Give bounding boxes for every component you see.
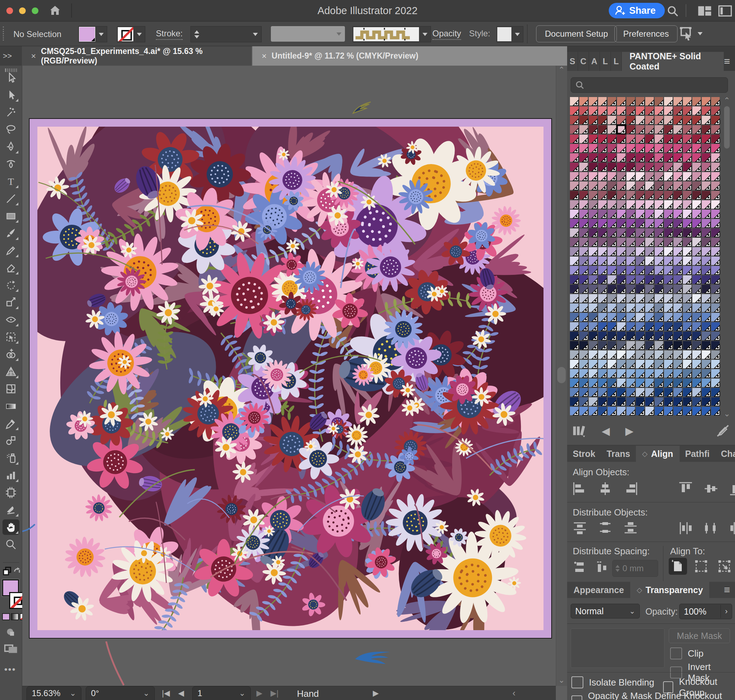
align-bottom-button[interactable] (727, 480, 735, 497)
hand-tool[interactable] (3, 519, 19, 535)
dist-left-button[interactable] (676, 520, 695, 537)
opacity-label[interactable]: Opacity (433, 29, 461, 40)
doc-tab-active[interactable]: × CMSQ25-01_Experiments_4.ai* @ 15.63 % … (22, 46, 252, 66)
zoom-tool[interactable] (3, 537, 19, 552)
free-transform-tool[interactable] (3, 329, 19, 345)
tab-appearance[interactable]: Appearance (567, 585, 630, 595)
rotation-dropdown[interactable]: 0° ⌄ (86, 686, 155, 700)
stroke-weight-field[interactable] (191, 26, 262, 42)
space-vertical-button[interactable] (571, 559, 589, 576)
preferences-button[interactable]: Preferences (615, 25, 678, 42)
first-artboard-icon[interactable]: |◀ (162, 689, 170, 698)
swatches-panel-menu-icon[interactable]: ≡ (724, 55, 735, 68)
toolbar-expand[interactable]: >> (0, 46, 22, 66)
tab-stroke[interactable]: Strok (567, 449, 601, 459)
search-icon[interactable] (666, 4, 679, 18)
close-tab-icon-2[interactable]: × (262, 51, 267, 61)
dist-top-button[interactable] (571, 520, 589, 537)
align-h-center-button[interactable] (596, 480, 615, 497)
doc-tab-inactive[interactable]: × Untitled-9* @ 11.72 % (CMYK/Preview) (252, 46, 440, 66)
next-swatch-page-icon[interactable]: ▶ (625, 425, 634, 437)
collapsed-panel-tab-4[interactable]: L (611, 52, 622, 71)
dist-v-center-button[interactable] (596, 520, 615, 537)
prev-artboard-icon[interactable]: ◀ (178, 689, 184, 698)
screen-mode-icon[interactable] (4, 643, 18, 654)
artboard-tool[interactable] (3, 485, 19, 500)
opacity-mask-knockout-checkbox[interactable] (571, 696, 582, 700)
document-setup-button[interactable]: Document Setup (536, 25, 617, 42)
isolate-blending-checkbox[interactable] (571, 676, 583, 688)
arrange-documents-icon[interactable] (698, 5, 712, 17)
default-fill-stroke-icon[interactable] (3, 567, 12, 576)
paint-gradient-button[interactable] (11, 613, 19, 620)
document-setup-panel-icon[interactable] (718, 5, 732, 17)
scroll-down-icon[interactable]: ⌄ (558, 677, 565, 684)
brush-pattern-dropdown[interactable] (353, 26, 431, 42)
graph-tool[interactable] (3, 468, 19, 483)
space-horizontal-button[interactable] (593, 559, 612, 576)
pen-tool[interactable] (3, 139, 19, 154)
direct-selection-tool[interactable] (3, 87, 19, 103)
canvas-vscrollbar[interactable]: ⌃ ⌄ (556, 66, 567, 686)
align-right-button[interactable] (621, 480, 640, 497)
collapsed-panel-tab-3[interactable]: L (600, 52, 611, 71)
type-tool[interactable]: T (3, 174, 19, 189)
stroke-color-dropdown[interactable] (117, 26, 145, 42)
opacity-value-field[interactable]: 100% › (679, 604, 732, 619)
collapsed-panel-tab-2[interactable]: A (589, 52, 600, 71)
align-left-button[interactable] (571, 480, 589, 497)
more-tools-icon[interactable]: ••• (4, 664, 16, 675)
select-similar-dropdown[interactable] (679, 26, 703, 41)
width-tool[interactable] (3, 312, 19, 327)
align-to-artboard-button[interactable] (669, 558, 687, 575)
lasso-tool[interactable] (3, 122, 19, 137)
align-v-center-button[interactable] (702, 480, 720, 497)
perspective-grid-tool[interactable] (3, 364, 19, 379)
curvature-tool[interactable] (3, 156, 19, 172)
scale-tool[interactable] (3, 295, 19, 310)
drawing-modes-icon[interactable] (6, 627, 16, 638)
artboard-nav-dropdown[interactable]: 1 ⌄ (192, 686, 251, 700)
symbol-sprayer-tool[interactable] (3, 450, 19, 466)
mesh-tool[interactable] (3, 381, 19, 397)
swatch-grid[interactable] (570, 97, 721, 418)
make-mask-button[interactable]: Make Mask (669, 628, 730, 643)
swatch-search-input[interactable] (571, 77, 728, 93)
blend-mode-dropdown[interactable]: Normal ⌄ (571, 604, 640, 619)
slice-tool[interactable] (3, 502, 19, 518)
tab-transform[interactable]: Trans (601, 449, 636, 459)
eraser-tool[interactable] (3, 260, 19, 275)
align-top-button[interactable] (676, 480, 695, 497)
swap-fill-stroke-icon[interactable] (13, 567, 21, 575)
dist-bottom-button[interactable] (621, 520, 640, 537)
eyedropper-tool[interactable] (3, 416, 19, 431)
prev-swatch-page-icon[interactable]: ◀ (601, 425, 610, 437)
dist-h-center-button[interactable] (702, 520, 720, 537)
share-button[interactable]: Share (609, 3, 665, 18)
hscroll-left-icon[interactable]: ‹ (512, 688, 516, 699)
transparency-panel-menu-icon[interactable]: ≡ (724, 584, 735, 596)
swatch-scrollbar[interactable]: ⌃ ⌄ (722, 97, 732, 418)
pencil-tool[interactable] (3, 243, 19, 258)
swatch-libraries-icon[interactable] (572, 424, 586, 437)
tab-align[interactable]: ◇ Align (636, 446, 680, 462)
align-to-key-object-button[interactable] (715, 558, 734, 575)
paint-color-button[interactable] (2, 613, 10, 620)
align-to-selection-button[interactable] (692, 558, 710, 575)
style-dropdown[interactable] (497, 26, 524, 42)
rotate-tool[interactable] (3, 277, 19, 293)
tab-transparency[interactable]: ◇ Transparency (630, 582, 709, 598)
blend-tool[interactable] (3, 433, 19, 449)
vscroll-thumb[interactable] (557, 367, 566, 383)
paintbrush-tool[interactable] (3, 225, 19, 241)
collapsed-panel-tab-0[interactable]: S (567, 52, 578, 71)
line-segment-tool[interactable] (3, 191, 19, 206)
scroll-up-icon[interactable]: ⌃ (558, 66, 565, 74)
collapsed-panel-tab-1[interactable]: C (578, 52, 589, 71)
opacity-stepper-icon[interactable]: › (720, 605, 732, 618)
selection-tool[interactable] (3, 70, 19, 85)
clip-checkbox[interactable] (670, 647, 682, 659)
gradient-tool[interactable] (3, 399, 19, 414)
dist-right-button[interactable] (727, 520, 735, 537)
stroke-label[interactable]: Stroke: (156, 29, 183, 40)
